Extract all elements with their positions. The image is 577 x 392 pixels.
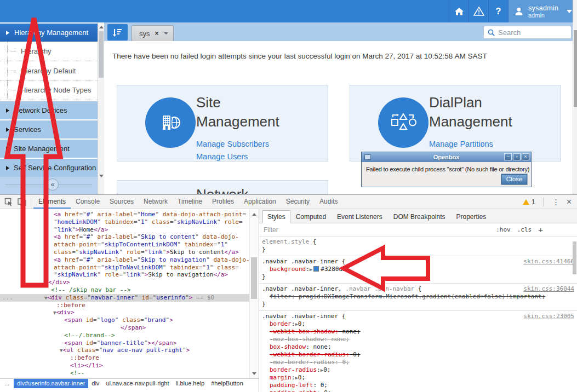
inspect-icon[interactable] [4,198,13,206]
tab-console[interactable]: Console [71,195,105,209]
tab-profiles[interactable]: Profiles [207,195,239,209]
maximize-button[interactable]: ▫ [513,153,521,160]
warning-count[interactable]: 1 [532,198,535,206]
style-line[interactable]: padding-left: 0; [259,382,577,389]
hov-toggle[interactable]: :hov [496,226,511,233]
page-scrollbar-thumb[interactable] [574,30,577,107]
style-line[interactable]: border:▶0; [259,320,577,328]
breadcrumb-item-selected[interactable]: div#userinfo.navbar-inner [14,379,88,388]
style-line[interactable]: -moz-box-shadow: none; [259,336,577,343]
sidebar-item-hierarchy-management[interactable]: Hierarchy Management [0,24,98,42]
scroll-up-icon[interactable] [250,210,258,218]
stylesheet-link[interactable]: skin.css:23005 [523,313,577,320]
breadcrumb-item[interactable]: ul.nav.ace-nav.pull-right [102,379,172,388]
code-line[interactable]: ▼<ul class="nav ace-nav pull-right"> [0,347,249,354]
style-line[interactable]: -webkit-border-radius: 0; [259,351,577,359]
breadcrumb-item[interactable]: div [88,379,102,388]
code-line[interactable]: <span id="banner-title"></span> [0,339,249,347]
tab-security[interactable]: Security [281,195,315,209]
sidebar-scrollbar-thumb[interactable] [99,31,104,78]
style-line[interactable]: border-radius:▶0; [259,366,577,374]
tab-application[interactable]: Application [239,195,281,209]
code-line[interactable]: ::before [0,354,249,362]
minimize-button[interactable]: – [504,153,512,160]
tab-timeline[interactable]: Timeline [173,195,207,209]
stylesheet-link[interactable]: skin.css:41466 [523,258,577,266]
style-rule[interactable]: skin.css:36044.navbar .navbar-inner, .na… [259,284,577,311]
code-line[interactable]: "homeLinkDOM" tabindex="1" class="skipNa… [0,218,249,226]
code-line[interactable]: "link">Home</a> [0,226,249,234]
stylesheet-link[interactable]: skin.css:36044 [523,285,577,293]
style-line[interactable]: filter: progid:DXImageTransform.Microsof… [259,293,577,301]
code-line[interactable]: <a href="#" aria-label="Home" data-dojo-… [0,211,249,218]
tab-close-icon[interactable]: × [155,30,159,37]
card-dialplan-management[interactable]: DialPlan Management Manage Partitions [350,85,561,162]
gutter-dots[interactable]: ... [2,294,13,302]
scroll-up-icon[interactable] [98,23,104,31]
alerts-button[interactable] [469,0,488,22]
code-line[interactable]: <span id="logo" class="brand"> [0,316,249,324]
link-manage-partitions[interactable]: Manage Partitions [429,138,493,151]
menu-dots-icon[interactable]: ⋮ [552,198,560,206]
tab-sys[interactable]: sys× [132,25,174,41]
tab-network[interactable]: Network [139,195,173,209]
link-manage-subscribers[interactable]: Manage Subscribers [196,138,269,151]
sidebar-item-hierarchy[interactable]: Hierarchy [0,42,98,61]
close-button[interactable]: Close [501,174,527,185]
style-line[interactable]: element.style { [259,238,577,246]
style-line[interactable]: } [259,301,577,308]
tab-elements[interactable]: Elements [33,195,71,209]
device-toolbar-icon[interactable] [18,198,26,206]
style-rule[interactable]: skin.css:23005.navbar .navbar-inner {bor… [259,311,577,392]
code-line[interactable]: <li></li> [0,362,249,370]
style-line[interactable]: } [259,273,577,281]
sidebar-item-hierarchy-default[interactable]: Hierarchy Default [0,61,98,81]
card-site-management[interactable]: Site Management Manage SubscribersManage… [117,85,328,162]
style-line[interactable]: box-shadow: none; [259,343,577,351]
code-line[interactable]: "skipNavLink" role="link">Skip to naviga… [0,271,249,279]
scroll-down-icon[interactable] [98,172,104,180]
elements-scrollbar[interactable] [249,209,258,378]
new-rule-button[interactable]: + [538,225,543,234]
breadcrumb-item[interactable]: #helpButton [208,379,247,388]
dialog-menu-icon[interactable] [364,154,371,160]
elements-scrollbar-thumb[interactable] [251,257,257,299]
tab-audits[interactable]: Audits [315,195,342,209]
code-line[interactable]: <!--/.brand--> [0,332,249,339]
sidebar-group-services[interactable]: Services [0,120,98,139]
style-line[interactable]: } [259,246,577,253]
code-line[interactable]: ▼<div> [0,309,249,316]
style-line[interactable]: margin:▶0; [259,374,577,382]
code-line[interactable]: attach-point="skipToNavLinkDOM" tabindex… [0,264,249,272]
code-line-selected[interactable]: ...▼<div class="navbar-inner" id="userin… [0,294,249,302]
tab-event-listeners[interactable]: Event Listeners [332,211,388,223]
sidebar-group-site-management[interactable]: Site Management [0,140,98,158]
tab-styles[interactable]: Styles [262,210,290,223]
devtools-close-icon[interactable]: × [567,197,572,207]
home-button[interactable] [449,0,469,22]
page-scrollbar[interactable] [573,0,577,194]
filter-input[interactable]: Filter [264,226,278,234]
help-button[interactable]: ? [488,0,508,22]
sidebar-group-network-devices[interactable]: Network Devices [0,101,98,119]
user-menu[interactable]: sysadminadmin [508,0,573,22]
dialog-titlebar[interactable]: Openbox –▫× [362,152,531,162]
code-line[interactable]: <a href="#" aria-label="Skip to navigati… [0,256,249,264]
style-line[interactable]: background:▶#3280d2; [259,266,577,273]
code-line[interactable]: ::before [0,302,249,309]
style-rule[interactable]: skin.css:41466.navbar .navbar-inner {bac… [259,256,577,284]
styles-scrollbar-thumb[interactable] [573,241,576,274]
code-line[interactable]: <a href="#" aria-label="Skip to content"… [0,233,249,241]
cls-toggle[interactable]: .cls [517,226,532,233]
style-line[interactable]: padding-right: 0; [259,389,577,392]
code-line[interactable]: </span> [0,324,249,332]
card-network[interactable]: Network [117,180,328,194]
tab-dom-breakpoints[interactable]: DOM Breakpoints [388,211,451,223]
warning-icon[interactable] [523,199,529,205]
collapse-sidebar-button[interactable]: « [47,178,59,191]
close-window-button[interactable]: × [522,153,529,160]
sidebar-item-hierarchy-node-types[interactable]: Hierarchy Node Types [0,80,98,100]
code-line[interactable]: <!-- /skip nav bar --> [0,286,249,294]
breadcrumb-overflow[interactable]: ... [0,379,14,388]
code-line[interactable]: class="skipNavLink" role="link">Skip to … [0,249,249,256]
